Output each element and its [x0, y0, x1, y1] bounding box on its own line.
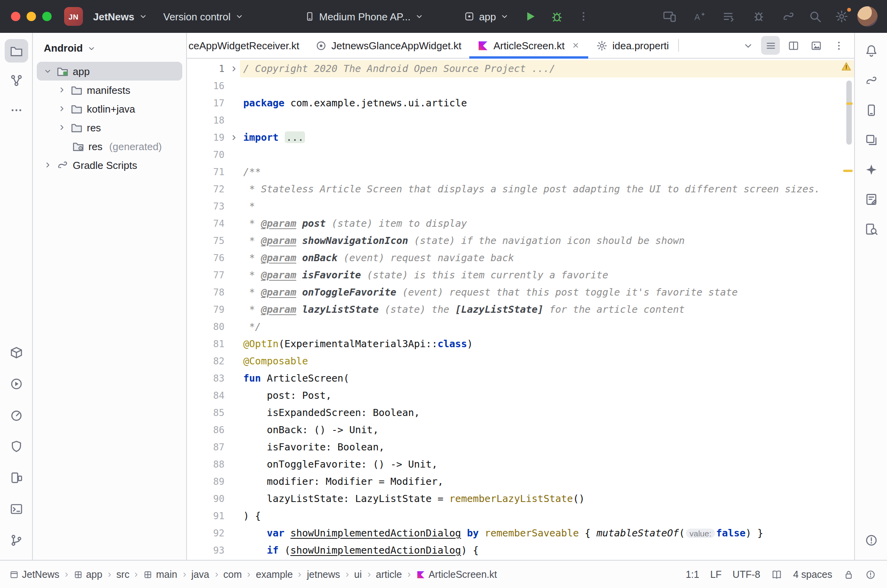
code-line-78[interactable]: 78 * @param onToggleFavorite (event) req… [187, 284, 854, 301]
line-number[interactable]: 71 [187, 163, 228, 181]
line-number[interactable]: 88 [187, 456, 228, 473]
chevron-right-icon[interactable] [57, 85, 66, 95]
code-line-91[interactable]: 91) { [187, 507, 854, 525]
device-explorer-tool-button[interactable] [859, 99, 883, 122]
code-line-88[interactable]: 88 onToggleFavorite: () -> Unit, [187, 456, 854, 473]
build-analyzer-button[interactable] [748, 5, 770, 27]
chevron-down-button[interactable] [738, 36, 757, 55]
zoom-window-button[interactable] [42, 12, 52, 21]
line-number[interactable]: 83 [187, 370, 228, 387]
line-number[interactable]: 84 [187, 387, 228, 404]
code-line-90[interactable]: 90 lazyListState: LazyListState = rememb… [187, 490, 854, 507]
task-list-button[interactable] [718, 5, 740, 27]
code-line-80[interactable]: 80 */ [187, 318, 854, 335]
code-line-17[interactable]: 17package com.example.jetnews.ui.article [187, 95, 854, 112]
editor-tab-jetnewsglanceappwidget-kt[interactable]: JetnewsGlanceAppWidget.kt [307, 33, 469, 58]
line-number[interactable]: 87 [187, 439, 228, 456]
caret-position[interactable]: 1:1 [686, 569, 699, 580]
line-number[interactable]: 80 [187, 318, 228, 335]
warning-stripe-mark[interactable] [843, 170, 853, 172]
tree-item-manifests[interactable]: manifests [37, 81, 182, 99]
code-line-86[interactable]: 86 onBack: () -> Unit, [187, 421, 854, 439]
device-selector[interactable]: Medium Phone AP... [299, 8, 429, 25]
code-inspection-button[interactable]: A [688, 5, 710, 27]
code-line-89[interactable]: 89 modifier: Modifier = Modifier, [187, 473, 854, 490]
tree-item-res[interactable]: res [37, 118, 182, 137]
file-encoding[interactable]: UTF-8 [733, 569, 760, 580]
code-line-1[interactable]: 1/ Copyright 2020 The Android Open Sourc… [187, 60, 854, 77]
hierarchy-tool-button[interactable] [4, 69, 28, 92]
line-number[interactable]: 73 [187, 198, 228, 215]
breadcrumb-article[interactable]: article [376, 569, 402, 580]
profiler-tool-button[interactable] [4, 403, 28, 427]
line-number[interactable]: 82 [187, 353, 228, 370]
run-configuration-selector[interactable]: app [459, 8, 515, 25]
line-number[interactable]: 74 [187, 215, 228, 232]
breadcrumb-jetnews[interactable]: JetNews [9, 569, 59, 580]
code-line-92[interactable]: 92 var showUnimplementedActionDialog by … [187, 525, 854, 542]
line-number[interactable]: 90 [187, 490, 228, 507]
device-manager-tool-button[interactable] [4, 466, 28, 489]
breadcrumb-app[interactable]: app [74, 569, 102, 580]
app-inspection-tool-button[interactable] [859, 217, 883, 241]
code-surface[interactable]: 1/ Copyright 2020 The Android Open Sourc… [187, 59, 854, 560]
gradle-tool-button[interactable] [859, 69, 883, 92]
code-line-70[interactable]: 70 [187, 146, 854, 163]
gradle-sync-button[interactable] [777, 5, 799, 27]
code-line-82[interactable]: 82@Composable [187, 353, 854, 370]
warning-stripe-mark[interactable] [846, 102, 853, 105]
tree-item-res[interactable]: res (generated) [37, 137, 182, 156]
line-number[interactable]: 91 [187, 507, 228, 525]
chevron-right-icon[interactable] [57, 104, 66, 113]
close-icon[interactable] [571, 41, 580, 50]
code-line-87[interactable]: 87 isFavorite: Boolean, [187, 439, 854, 456]
line-number[interactable]: 85 [187, 404, 228, 421]
code-line-73[interactable]: 73 * [187, 198, 854, 215]
problems-tool-button[interactable] [859, 529, 883, 552]
search-everywhere-button[interactable] [804, 5, 826, 27]
code-line-77[interactable]: 77 * @param isFavorite (state) is this i… [187, 267, 854, 284]
line-number[interactable]: 78 [187, 284, 228, 301]
line-number[interactable]: 89 [187, 473, 228, 490]
lock-icon[interactable] [843, 569, 854, 580]
bell-tool-button[interactable] [859, 39, 883, 63]
settings-button[interactable] [831, 5, 853, 27]
warning-icon[interactable] [841, 61, 852, 72]
project-selector[interactable]: JetNews [88, 8, 153, 25]
user-avatar[interactable] [857, 6, 878, 27]
breadcrumb-ui[interactable]: ui [354, 569, 362, 580]
editor-scrollbar[interactable] [846, 81, 852, 145]
code-line-83[interactable]: 83fun ArticleScreen( [187, 370, 854, 387]
problems-icon[interactable] [865, 569, 876, 580]
editor-tab-idea-properti[interactable]: idea.properti [588, 33, 677, 58]
line-number[interactable]: 76 [187, 249, 228, 267]
vcs-widget[interactable]: Version control [158, 8, 250, 25]
run-circle-tool-button[interactable] [4, 372, 28, 396]
chevron-right-icon[interactable] [57, 123, 66, 132]
more-horizontal-tool-button[interactable] [4, 99, 28, 122]
preview-button[interactable] [806, 36, 825, 55]
debug-button[interactable] [546, 5, 568, 27]
tree-item-app[interactable]: app [37, 62, 182, 81]
breadcrumb-jetnews[interactable]: jetnews [307, 569, 340, 580]
breadcrumb-articlescreen-kt[interactable]: ArticleScreen.kt [416, 569, 497, 580]
terminal-tool-button[interactable] [4, 497, 28, 521]
breadcrumb-com[interactable]: com [223, 569, 242, 580]
minimize-window-button[interactable] [27, 12, 36, 21]
code-line-71[interactable]: 71/** [187, 163, 854, 181]
line-list-button[interactable] [761, 36, 780, 55]
line-number[interactable]: 16 [187, 77, 228, 95]
chevron-down-icon[interactable] [43, 66, 52, 76]
line-number[interactable]: 86 [187, 421, 228, 439]
code-line-19[interactable]: 19import ... [187, 129, 854, 146]
breadcrumb-example[interactable]: example [256, 569, 293, 580]
code-edit-tool-button[interactable] [859, 188, 883, 211]
editor-tab-ceappwidgetreceiver-kt[interactable]: ceAppWidgetReceiver.kt [187, 33, 307, 58]
code-line-74[interactable]: 74 * @param post (state) item to display [187, 215, 854, 232]
project-view-selector[interactable]: Android [33, 38, 186, 62]
gemini-tool-button[interactable] [859, 158, 883, 181]
editor-tab-articlescreen-kt[interactable]: ArticleScreen.kt [469, 33, 588, 58]
line-number[interactable]: 77 [187, 267, 228, 284]
code-line-16[interactable]: 16 [187, 77, 854, 95]
line-number[interactable]: 79 [187, 301, 228, 318]
